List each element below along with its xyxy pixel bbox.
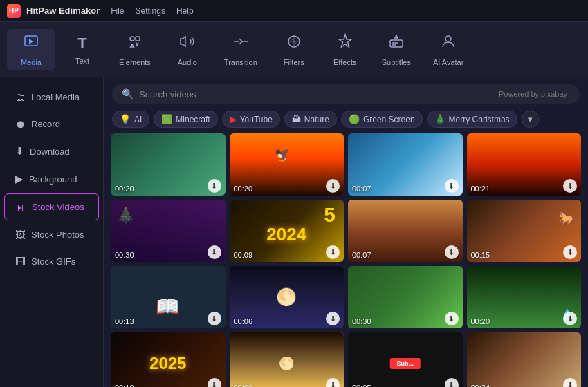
- sidebar-item-stock-videos[interactable]: ⏯ Stock Videos: [4, 194, 99, 220]
- toolbar-filters[interactable]: Filters: [270, 29, 318, 70]
- video-thumb-6[interactable]: 2024 5 00:09 ⬇: [230, 200, 344, 262]
- download-btn-1[interactable]: ⬇: [208, 179, 221, 193]
- toolbar-media[interactable]: Media: [7, 29, 55, 70]
- tags-row: 💡 AI 🟩 Minecraft ▶ YouTube 🏔 Nature 🟢 Gr…: [104, 108, 588, 133]
- toolbar-ai-avatar-label: AI Avatar: [433, 58, 463, 66]
- tag-nature[interactable]: 🏔 Nature: [284, 111, 337, 128]
- download-btn-15[interactable]: ⬇: [445, 378, 459, 387]
- sidebar-item-stock-gifs[interactable]: 🎞 Stock GIFs: [4, 249, 99, 274]
- background-icon: ▶: [15, 173, 24, 185]
- download-btn-7[interactable]: ⬇: [445, 245, 459, 259]
- sidebar-item-record[interactable]: ⏺ Record: [4, 111, 99, 137]
- tags-more-button[interactable]: ▾: [522, 111, 539, 128]
- search-input-wrap[interactable]: 🔍 Powered by pixabay: [112, 84, 580, 104]
- video-thumb-4[interactable]: 00:21 ⬇: [467, 133, 582, 196]
- toolbar-transition[interactable]: Transition: [214, 29, 267, 70]
- sidebar-item-download-label: Download: [30, 147, 70, 157]
- tag-merry-christmas-label: Merry Christmas: [449, 115, 510, 124]
- download-btn-4[interactable]: ⬇: [563, 179, 577, 193]
- video-thumb-7[interactable]: 00:07 ⬇: [348, 200, 463, 262]
- video-duration-14: 00:09: [234, 384, 253, 387]
- toolbar-text[interactable]: T Text: [58, 30, 107, 69]
- toolbar-effects[interactable]: Effects: [321, 29, 369, 70]
- video-thumb-8[interactable]: 🐎 00:15 ⬇: [467, 200, 582, 262]
- video-thumb-10[interactable]: 🌕 00:06 ⬇: [230, 266, 344, 328]
- download-btn-3[interactable]: ⬇: [445, 179, 459, 193]
- sidebar-item-local-media[interactable]: 🗂 Local Media: [4, 84, 99, 110]
- tag-green-screen[interactable]: 🟢 Green Screen: [341, 111, 423, 128]
- app-logo: HP: [7, 4, 21, 18]
- toolbar-subtitles[interactable]: Subtitles: [372, 29, 421, 70]
- video-thumb-9[interactable]: 📖 00:13 ⬇: [111, 266, 226, 328]
- download-btn-14[interactable]: ⬇: [326, 378, 340, 387]
- svg-point-6: [445, 36, 451, 41]
- video-thumb-13[interactable]: 2025 00:10 ⬇: [111, 332, 226, 387]
- download-btn-8[interactable]: ⬇: [563, 245, 577, 259]
- download-btn-12[interactable]: ⬇: [563, 312, 577, 325]
- video-thumb-1[interactable]: 00:20 ⬇: [111, 133, 226, 196]
- video-duration-11: 00:30: [352, 317, 371, 325]
- toolbar-media-label: Media: [21, 58, 42, 66]
- youtube-tag-icon: ▶: [230, 114, 237, 124]
- tag-merry-christmas[interactable]: 🎄 Merry Christmas: [427, 111, 517, 128]
- video-duration-1: 00:20: [115, 185, 134, 193]
- audio-icon: [179, 33, 196, 54]
- toolbar-elements[interactable]: Elements: [109, 29, 160, 70]
- tag-minecraft[interactable]: 🟩 Minecraft: [154, 111, 217, 128]
- search-icon: 🔍: [122, 88, 134, 100]
- download-btn-13[interactable]: ⬇: [208, 378, 221, 387]
- tag-youtube[interactable]: ▶ YouTube: [222, 111, 280, 128]
- download-btn-9[interactable]: ⬇: [208, 312, 221, 325]
- download-btn-5[interactable]: ⬇: [208, 245, 221, 259]
- transition-icon: [232, 33, 249, 54]
- menu-help[interactable]: Help: [176, 6, 194, 16]
- menu-settings[interactable]: Settings: [136, 6, 165, 16]
- video-thumb-3[interactable]: 00:07 ⬇: [348, 133, 463, 196]
- effects-icon: [337, 33, 353, 54]
- toolbar-ai-avatar[interactable]: AI Avatar: [423, 29, 473, 70]
- search-bar: 🔍 Powered by pixabay: [104, 77, 588, 108]
- svg-rect-3: [136, 37, 140, 41]
- video-thumb-5[interactable]: 🎄 00:30 ⬇: [111, 200, 226, 262]
- sidebar-item-stock-photos[interactable]: 🖼 Stock Photos: [4, 222, 99, 247]
- download-btn-2[interactable]: ⬇: [326, 179, 340, 193]
- download-btn-16[interactable]: ⬇: [563, 378, 577, 387]
- video-grid: 00:20 ⬇ 🦅 00:20 ⬇ 00:07 ⬇: [104, 133, 588, 387]
- video-thumb-2[interactable]: 🦅 00:20 ⬇: [230, 133, 344, 196]
- sidebar-item-stock-gifs-label: Stock GIFs: [31, 256, 75, 267]
- filters-icon: [286, 33, 302, 54]
- video-duration-13: 00:10: [115, 384, 134, 387]
- menu-file[interactable]: File: [111, 6, 124, 16]
- toolbar-audio[interactable]: Audio: [163, 29, 212, 70]
- stock-gifs-icon: 🎞: [15, 256, 26, 267]
- search-input[interactable]: [139, 89, 493, 100]
- download-btn-10[interactable]: ⬇: [326, 312, 340, 325]
- download-btn-6[interactable]: ⬇: [326, 245, 340, 259]
- toolbar-audio-label: Audio: [178, 58, 197, 66]
- sidebar-item-download[interactable]: ⬇ Download: [4, 138, 99, 164]
- tag-green-screen-label: Green Screen: [363, 115, 415, 124]
- download-btn-11[interactable]: ⬇: [445, 312, 459, 325]
- video-duration-5: 00:30: [115, 251, 134, 259]
- svg-point-2: [130, 37, 134, 41]
- video-thumb-16[interactable]: 00:34 ⬇: [467, 332, 582, 387]
- video-thumb-12[interactable]: 💧 00:20 ⬇: [467, 266, 582, 328]
- video-duration-15: 00:05: [352, 384, 371, 387]
- video-duration-16: 00:34: [471, 384, 490, 387]
- video-thumb-14[interactable]: 🌕 00:09 ⬇: [230, 332, 344, 387]
- toolbar-text-label: Text: [75, 57, 89, 65]
- tag-ai[interactable]: 💡 AI: [112, 111, 149, 128]
- video-duration-3: 00:07: [352, 185, 371, 193]
- toolbar-effects-label: Effects: [333, 58, 356, 66]
- video-duration-9: 00:13: [115, 317, 134, 325]
- local-media-icon: 🗂: [15, 91, 26, 103]
- titlebar-menu: File Settings Help: [111, 6, 193, 16]
- sidebar-item-background[interactable]: ▶ Background: [4, 166, 99, 192]
- media-icon: [23, 33, 39, 54]
- download-icon: ⬇: [15, 145, 24, 158]
- video-thumb-11[interactable]: 00:30 ⬇: [348, 266, 463, 328]
- toolbar: Media T Text Elements Audio: [0, 22, 588, 77]
- subtitles-icon: [388, 33, 405, 54]
- sidebar-item-local-media-label: Local Media: [31, 92, 80, 102]
- video-thumb-15[interactable]: Sub... 00:05 ⬇: [348, 332, 463, 387]
